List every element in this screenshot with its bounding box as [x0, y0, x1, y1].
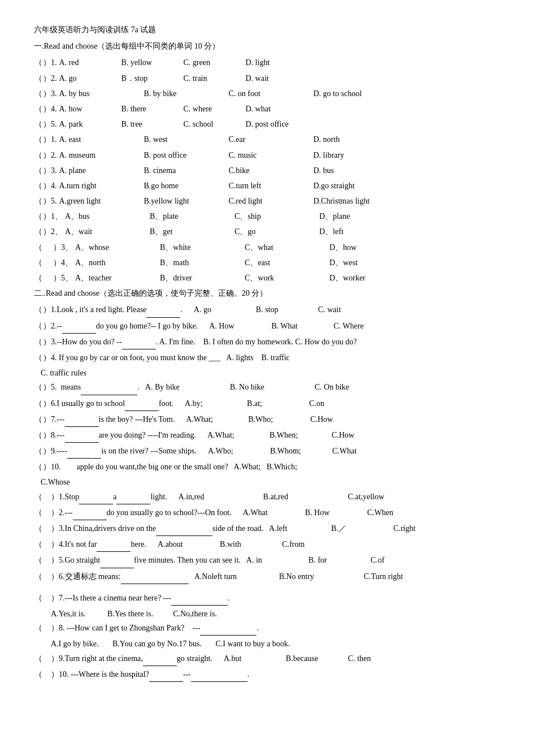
q2-4: （ ）4. A.turn right B.go home C.turn left… — [34, 179, 500, 193]
s2-q5: （ ）5. means . A. By bike B. No bike C. O… — [34, 380, 500, 395]
s2-q7: （ ）7.--- is the boy? ---He's Tom. A.What… — [34, 412, 500, 427]
s4-q8: （ ）8. ---How can I get to Zhongshan Park… — [34, 621, 500, 636]
q2-3: （ ）3. A. plane B. cinema C.bike D. bus — [34, 163, 500, 178]
q2-2: （ ）2. A. museum B. post office C. music … — [34, 148, 500, 162]
section1-header: 一.Read and choose（选出每组中不同类的单词 10 分） — [34, 39, 500, 53]
q3-2: （ ）2、 A、wait B、get C、go D、left — [34, 224, 500, 239]
q1-5: （ ）5. A. park B. tree C. school D. post … — [34, 117, 500, 131]
s3-q5: （ ）5.Go straight five minutes. Then you … — [34, 553, 500, 568]
s4-q9: （ ）9.Turn right at the cinema, go straig… — [34, 651, 500, 666]
q3-4: （ ）4、 A、north B、math C、east D、west — [34, 256, 500, 270]
s3-q4: （ ）4.It's not far here. A.about B.with C… — [34, 537, 500, 552]
s3-q6: （ ）6.交通标志 means: A.Noleft turn B.No entr… — [34, 569, 500, 584]
s2-q6: （ ）6.I usually go to school foot. A.by; … — [34, 396, 500, 411]
q3-5: （ ）5、 A、teacher B、driver C、work D、worker — [34, 271, 500, 285]
q1-2: （ ）2. A. go B．stop C. train D. wait — [34, 71, 500, 85]
s3-q1: （ ）1.Stop a light. A.in,red B.at,red C.a… — [34, 490, 500, 504]
q1-4: （ ）4. A. how B. there C. where D. what — [34, 102, 500, 116]
s4-q7: （ ）7.---Is there a cinema near here? ---… — [34, 591, 500, 606]
s2-q10: （ ）10. apple do you want,the big one or … — [34, 460, 500, 474]
q2-1: （ ）1. A. east B. west C.ear D. north — [34, 132, 500, 146]
s2-q2: （ ）2.-- do you go home?-- I go by bike. … — [34, 319, 500, 334]
group2: （ ）1. A. east B. west C.ear D. north （ ）… — [34, 132, 500, 208]
group3: （ ）1、 A、bus B、plate C、ship D、plane （ ）2、… — [34, 209, 500, 285]
group1: （ ）1. A. red B. yellow C. green D. light… — [34, 55, 500, 131]
s3-q3: （ ）3.In China,drivers drive on the side … — [34, 521, 500, 536]
q2-5: （ ）5. A.green light B.yellow light C.red… — [34, 194, 500, 208]
s2-q9: （ ）9.---- is on the river? ---Some ships… — [34, 444, 500, 459]
q3-3: （ ）3、 A、whose B、white C、what D、how — [34, 240, 500, 254]
q3-1: （ ）1、 A、bus B、plate C、ship D、plane — [34, 209, 500, 223]
s3-q2: （ ）2.--- do you usually go to school?---… — [34, 506, 500, 520]
s2-q8: （ ）8.--- are you doing? ----I'm reading.… — [34, 428, 500, 443]
s2-q1: （ ）1.Look , it's a red light. Please . A… — [34, 303, 500, 317]
q1-3: （ ）3. A. by bus B. by bike C. on foot D.… — [34, 87, 500, 101]
s2-q4: （ ）4. If you go by car or on foot, you m… — [34, 351, 500, 365]
q1-1: （ ）1. A. red B. yellow C. green D. light — [34, 55, 500, 70]
s2-q3: （ ）3.--How do you do? -- . A. I'm fine. … — [34, 335, 500, 349]
section2-header: 二..Read and choose（选出正确的选项，使句子完整、正确。20 分… — [34, 286, 500, 300]
s4-q10: （ ）10. ---Where is the hospital? --- . — [34, 667, 500, 682]
page-title: 六年级英语听力与阅读训练 7a 试题 — [34, 23, 500, 37]
page-container: 六年级英语听力与阅读训练 7a 试题 一.Read and choose（选出每… — [34, 23, 500, 682]
